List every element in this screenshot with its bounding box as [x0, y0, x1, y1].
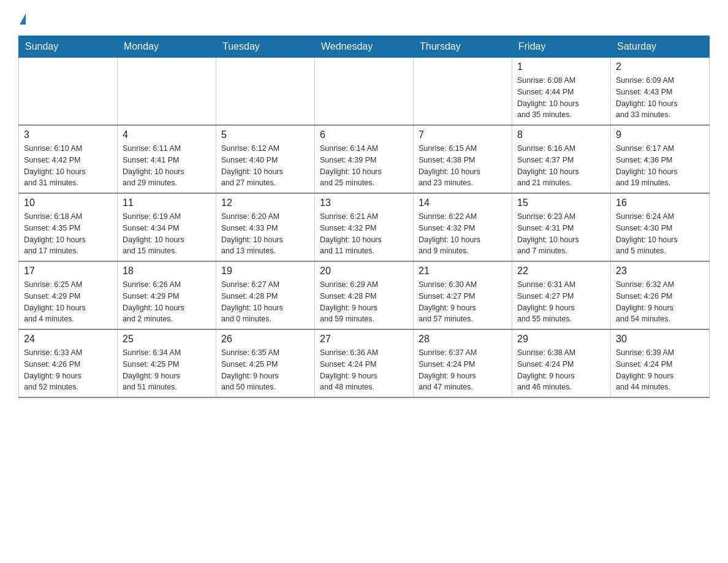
calendar-cell: 3Sunrise: 6:10 AM Sunset: 4:42 PM Daylig… — [19, 125, 118, 193]
day-info: Sunrise: 6:08 AM Sunset: 4:44 PM Dayligh… — [517, 75, 605, 121]
logo-triangle-icon — [20, 13, 26, 25]
calendar-cell: 5Sunrise: 6:12 AM Sunset: 4:40 PM Daylig… — [216, 125, 315, 193]
weekday-header-tuesday: Tuesday — [216, 36, 315, 58]
day-number: 22 — [517, 266, 605, 277]
day-number: 9 — [616, 129, 704, 140]
day-info: Sunrise: 6:29 AM Sunset: 4:28 PM Dayligh… — [320, 279, 408, 325]
day-number: 27 — [320, 334, 408, 345]
calendar-cell: 7Sunrise: 6:15 AM Sunset: 4:38 PM Daylig… — [414, 125, 512, 193]
calendar-cell: 18Sunrise: 6:26 AM Sunset: 4:29 PM Dayli… — [118, 261, 216, 329]
calendar-cell: 4Sunrise: 6:11 AM Sunset: 4:41 PM Daylig… — [118, 125, 216, 193]
day-info: Sunrise: 6:14 AM Sunset: 4:39 PM Dayligh… — [320, 143, 408, 189]
calendar-cell: 22Sunrise: 6:31 AM Sunset: 4:27 PM Dayli… — [512, 261, 611, 329]
calendar-cell: 8Sunrise: 6:16 AM Sunset: 4:37 PM Daylig… — [512, 125, 611, 193]
day-info: Sunrise: 6:39 AM Sunset: 4:24 PM Dayligh… — [616, 347, 704, 393]
day-info: Sunrise: 6:23 AM Sunset: 4:31 PM Dayligh… — [517, 211, 605, 257]
calendar-week-2: 3Sunrise: 6:10 AM Sunset: 4:42 PM Daylig… — [19, 125, 710, 193]
day-number: 14 — [419, 197, 507, 209]
calendar-cell: 13Sunrise: 6:21 AM Sunset: 4:32 PM Dayli… — [315, 193, 414, 261]
calendar-cell: 11Sunrise: 6:19 AM Sunset: 4:34 PM Dayli… — [118, 193, 216, 261]
calendar-cell: 6Sunrise: 6:14 AM Sunset: 4:39 PM Daylig… — [315, 125, 414, 193]
calendar-cell: 2Sunrise: 6:09 AM Sunset: 4:43 PM Daylig… — [611, 58, 710, 126]
day-info: Sunrise: 6:25 AM Sunset: 4:29 PM Dayligh… — [24, 279, 112, 325]
day-info: Sunrise: 6:33 AM Sunset: 4:26 PM Dayligh… — [24, 347, 112, 393]
calendar-cell: 19Sunrise: 6:27 AM Sunset: 4:28 PM Dayli… — [216, 261, 315, 329]
day-number: 28 — [419, 334, 507, 345]
day-info: Sunrise: 6:16 AM Sunset: 4:37 PM Dayligh… — [517, 143, 605, 189]
day-number: 23 — [616, 266, 704, 277]
day-info: Sunrise: 6:11 AM Sunset: 4:41 PM Dayligh… — [123, 143, 211, 189]
day-number: 30 — [616, 334, 704, 345]
weekday-header-row: SundayMondayTuesdayWednesdayThursdayFrid… — [19, 36, 710, 58]
calendar-cell: 10Sunrise: 6:18 AM Sunset: 4:35 PM Dayli… — [19, 193, 118, 261]
day-number: 13 — [320, 197, 408, 209]
calendar-cell: 16Sunrise: 6:24 AM Sunset: 4:30 PM Dayli… — [611, 193, 710, 261]
day-info: Sunrise: 6:20 AM Sunset: 4:33 PM Dayligh… — [221, 211, 309, 257]
calendar-week-5: 24Sunrise: 6:33 AM Sunset: 4:26 PM Dayli… — [19, 329, 710, 397]
day-number: 21 — [419, 266, 507, 277]
day-number: 2 — [616, 61, 704, 72]
calendar-cell: 9Sunrise: 6:17 AM Sunset: 4:36 PM Daylig… — [611, 125, 710, 193]
calendar-cell — [118, 58, 216, 126]
day-number: 25 — [123, 334, 211, 345]
day-info: Sunrise: 6:21 AM Sunset: 4:32 PM Dayligh… — [320, 211, 408, 257]
day-info: Sunrise: 6:35 AM Sunset: 4:25 PM Dayligh… — [221, 347, 309, 393]
calendar-cell: 30Sunrise: 6:39 AM Sunset: 4:24 PM Dayli… — [611, 329, 710, 397]
calendar-cell: 25Sunrise: 6:34 AM Sunset: 4:25 PM Dayli… — [118, 329, 216, 397]
day-number: 26 — [221, 334, 309, 345]
weekday-header-wednesday: Wednesday — [315, 36, 414, 58]
calendar-cell: 20Sunrise: 6:29 AM Sunset: 4:28 PM Dayli… — [315, 261, 414, 329]
calendar-cell — [216, 58, 315, 126]
day-number: 4 — [123, 129, 211, 140]
logo — [18, 12, 26, 23]
day-info: Sunrise: 6:31 AM Sunset: 4:27 PM Dayligh… — [517, 279, 605, 325]
day-number: 15 — [517, 197, 605, 209]
weekday-header-sunday: Sunday — [19, 36, 118, 58]
day-number: 24 — [24, 334, 112, 345]
day-number: 20 — [320, 266, 408, 277]
calendar-week-1: 1Sunrise: 6:08 AM Sunset: 4:44 PM Daylig… — [19, 58, 710, 126]
day-info: Sunrise: 6:27 AM Sunset: 4:28 PM Dayligh… — [221, 279, 309, 325]
calendar-cell: 23Sunrise: 6:32 AM Sunset: 4:26 PM Dayli… — [611, 261, 710, 329]
day-info: Sunrise: 6:32 AM Sunset: 4:26 PM Dayligh… — [616, 279, 704, 325]
calendar-cell: 15Sunrise: 6:23 AM Sunset: 4:31 PM Dayli… — [512, 193, 611, 261]
day-number: 17 — [24, 266, 112, 277]
weekday-header-friday: Friday — [512, 36, 611, 58]
calendar-cell — [414, 58, 512, 126]
day-info: Sunrise: 6:26 AM Sunset: 4:29 PM Dayligh… — [123, 279, 211, 325]
day-info: Sunrise: 6:18 AM Sunset: 4:35 PM Dayligh… — [24, 211, 112, 257]
day-number: 7 — [419, 129, 507, 140]
day-info: Sunrise: 6:10 AM Sunset: 4:42 PM Dayligh… — [24, 143, 112, 189]
day-number: 10 — [24, 197, 112, 209]
day-info: Sunrise: 6:22 AM Sunset: 4:32 PM Dayligh… — [419, 211, 507, 257]
weekday-header-monday: Monday — [118, 36, 216, 58]
day-info: Sunrise: 6:38 AM Sunset: 4:24 PM Dayligh… — [517, 347, 605, 393]
day-number: 8 — [517, 129, 605, 140]
day-info: Sunrise: 6:12 AM Sunset: 4:40 PM Dayligh… — [221, 143, 309, 189]
calendar-cell — [19, 58, 118, 126]
calendar-cell: 14Sunrise: 6:22 AM Sunset: 4:32 PM Dayli… — [414, 193, 512, 261]
day-number: 12 — [221, 197, 309, 209]
calendar-cell: 29Sunrise: 6:38 AM Sunset: 4:24 PM Dayli… — [512, 329, 611, 397]
day-number: 29 — [517, 334, 605, 345]
weekday-header-saturday: Saturday — [611, 36, 710, 58]
calendar-cell: 28Sunrise: 6:37 AM Sunset: 4:24 PM Dayli… — [414, 329, 512, 397]
day-info: Sunrise: 6:36 AM Sunset: 4:24 PM Dayligh… — [320, 347, 408, 393]
day-number: 19 — [221, 266, 309, 277]
calendar-cell: 24Sunrise: 6:33 AM Sunset: 4:26 PM Dayli… — [19, 329, 118, 397]
day-info: Sunrise: 6:34 AM Sunset: 4:25 PM Dayligh… — [123, 347, 211, 393]
day-number: 11 — [123, 197, 211, 209]
day-number: 18 — [123, 266, 211, 277]
day-number: 6 — [320, 129, 408, 140]
day-info: Sunrise: 6:17 AM Sunset: 4:36 PM Dayligh… — [616, 143, 704, 189]
calendar-cell — [315, 58, 414, 126]
day-info: Sunrise: 6:09 AM Sunset: 4:43 PM Dayligh… — [616, 75, 704, 121]
calendar-cell: 21Sunrise: 6:30 AM Sunset: 4:27 PM Dayli… — [414, 261, 512, 329]
day-info: Sunrise: 6:15 AM Sunset: 4:38 PM Dayligh… — [419, 143, 507, 189]
calendar-table: SundayMondayTuesdayWednesdayThursdayFrid… — [18, 36, 710, 398]
calendar-cell: 26Sunrise: 6:35 AM Sunset: 4:25 PM Dayli… — [216, 329, 315, 397]
calendar-cell: 1Sunrise: 6:08 AM Sunset: 4:44 PM Daylig… — [512, 58, 611, 126]
day-number: 1 — [517, 61, 605, 72]
calendar-cell: 12Sunrise: 6:20 AM Sunset: 4:33 PM Dayli… — [216, 193, 315, 261]
day-info: Sunrise: 6:19 AM Sunset: 4:34 PM Dayligh… — [123, 211, 211, 257]
